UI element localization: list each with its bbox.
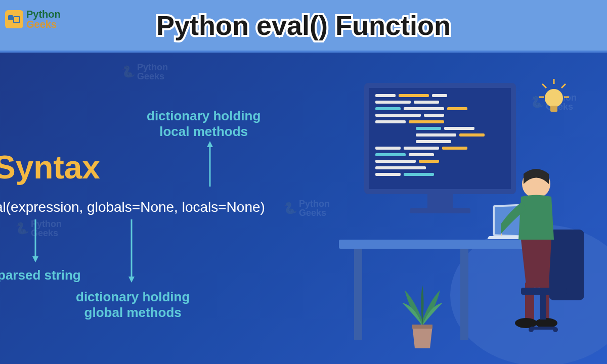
svg-rect-21 (540, 294, 546, 320)
arrow-down-icon (126, 219, 137, 283)
arrow-down-icon (30, 219, 40, 262)
monitor-stand (427, 194, 453, 209)
watermark: Python Geeks (121, 63, 168, 81)
header: Python Geeks Python eval() Function (0, 0, 607, 51)
plant-icon (395, 275, 450, 351)
syntax-code: al(expression, globals=None, locals=None… (0, 199, 265, 215)
svg-point-23 (529, 327, 534, 332)
svg-point-11 (545, 89, 563, 107)
page-title: Python eval() Function (156, 10, 451, 41)
logo-text: Python Geeks (26, 9, 61, 29)
lightbulb-icon (536, 78, 572, 118)
svg-line-8 (561, 84, 566, 88)
monitor-base (410, 208, 470, 213)
desk-leg (460, 249, 468, 340)
svg-line-7 (542, 84, 546, 88)
svg-marker-3 (32, 256, 38, 262)
annotation-expression: parsed string (0, 267, 81, 283)
person-icon (501, 159, 592, 336)
arrow-up-icon (205, 141, 215, 189)
watermark: Python Geeks (283, 199, 330, 217)
annotation-locals: dictionary holding local methods (147, 108, 261, 140)
python-logo-icon (5, 10, 23, 28)
main-content: Python Geeks Python Geeks Python Geeks P… (0, 51, 607, 364)
svg-marker-1 (207, 141, 213, 147)
monitor-icon (364, 83, 516, 194)
svg-marker-5 (128, 277, 135, 283)
syntax-heading: Syntax (0, 149, 100, 186)
logo: Python Geeks (5, 9, 61, 29)
annotation-globals: dictionary holding global methods (76, 289, 190, 321)
svg-point-24 (553, 327, 558, 332)
svg-rect-20 (521, 288, 567, 295)
svg-rect-12 (550, 106, 557, 112)
svg-rect-25 (412, 325, 432, 329)
desk-leg (354, 249, 362, 340)
illustration (349, 83, 602, 336)
